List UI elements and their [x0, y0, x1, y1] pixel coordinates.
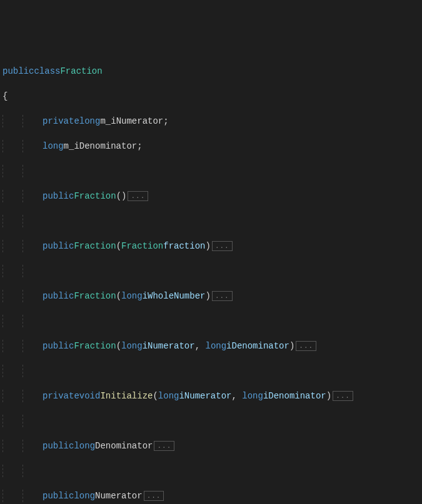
keyword: class: [34, 65, 60, 77]
fold-marker[interactable]: ...: [128, 191, 148, 201]
property: Denominator: [95, 440, 153, 452]
punct: ): [289, 340, 294, 352]
punct: ): [205, 240, 210, 252]
blank-line: [3, 315, 422, 327]
punct: ;: [163, 115, 168, 127]
code-line: public Fraction()...: [3, 190, 422, 202]
property: Numerator: [95, 490, 143, 502]
fold-marker[interactable]: ...: [212, 241, 233, 251]
fold-marker[interactable]: ...: [212, 291, 233, 301]
brace: {: [3, 90, 8, 102]
code-line: private void Initialize(long iNumerator,…: [3, 390, 422, 402]
keyword: long: [74, 440, 95, 452]
type: Fraction: [60, 65, 102, 77]
blank-line: [3, 215, 422, 227]
code-line: public Fraction(Fraction fraction)...: [3, 240, 422, 252]
blank-line: [3, 265, 422, 277]
blank-line: [3, 465, 422, 477]
param: iNumerator: [179, 390, 231, 402]
keyword: long: [79, 115, 101, 127]
fold-marker[interactable]: ...: [333, 391, 353, 401]
punct: (: [116, 340, 121, 352]
keyword: public: [43, 440, 74, 452]
keyword: public: [43, 340, 74, 352]
method: Initialize: [100, 390, 153, 402]
punct: (: [153, 390, 158, 402]
fold-marker[interactable]: ...: [296, 341, 316, 351]
keyword: public: [43, 290, 74, 302]
code-line: public Fraction(long iNumerator, long iD…: [3, 340, 422, 352]
method: Fraction: [74, 190, 116, 202]
blank-line: [3, 415, 422, 427]
param: iNumerator: [143, 340, 195, 352]
punct: (: [116, 240, 121, 252]
method: Fraction: [74, 290, 116, 302]
code-line: private long m_iNumerator;: [3, 115, 422, 127]
code-line: long m_iDenominator;: [3, 140, 422, 152]
keyword: private: [43, 390, 79, 402]
keyword: public: [43, 190, 74, 202]
param: fraction: [163, 240, 205, 252]
code-line: public long Denominator...: [3, 440, 422, 452]
keyword: void: [79, 390, 101, 402]
param: iWholeNumber: [143, 290, 206, 302]
keyword: long: [43, 140, 64, 152]
type: long: [205, 340, 226, 352]
field: m_iDenominator: [64, 140, 138, 152]
type: long: [121, 340, 143, 352]
blank-line: [3, 365, 422, 377]
keyword: public: [3, 65, 34, 77]
blank-line: [3, 165, 422, 177]
keyword: long: [74, 490, 95, 502]
type: long: [158, 390, 179, 402]
fold-marker[interactable]: ...: [154, 441, 174, 451]
keyword: public: [43, 240, 74, 252]
type: Fraction: [121, 240, 163, 252]
code-line: public long Numerator...: [3, 490, 422, 502]
method: Fraction: [74, 340, 116, 352]
punct: ): [326, 390, 331, 402]
fold-marker[interactable]: ...: [144, 491, 164, 501]
code-line: public Fraction(long iWholeNumber)...: [3, 290, 422, 302]
param: iDenominator: [263, 390, 326, 402]
code-line: public class Fraction: [3, 65, 422, 77]
punct: ): [205, 290, 210, 302]
keyword: public: [43, 490, 74, 502]
code-editor[interactable]: public class Fraction { private long m_i…: [0, 50, 422, 504]
code-line: {: [3, 90, 422, 102]
param: iDenominator: [226, 340, 289, 352]
punct: ;: [137, 140, 142, 152]
punct: (): [116, 190, 127, 202]
punct: ,: [195, 340, 206, 352]
keyword: private: [43, 115, 79, 127]
punct: (: [116, 290, 121, 302]
type: long: [242, 390, 263, 402]
type: long: [121, 290, 143, 302]
field: m_iNumerator: [100, 115, 163, 127]
method: Fraction: [74, 240, 116, 252]
punct: ,: [231, 390, 242, 402]
